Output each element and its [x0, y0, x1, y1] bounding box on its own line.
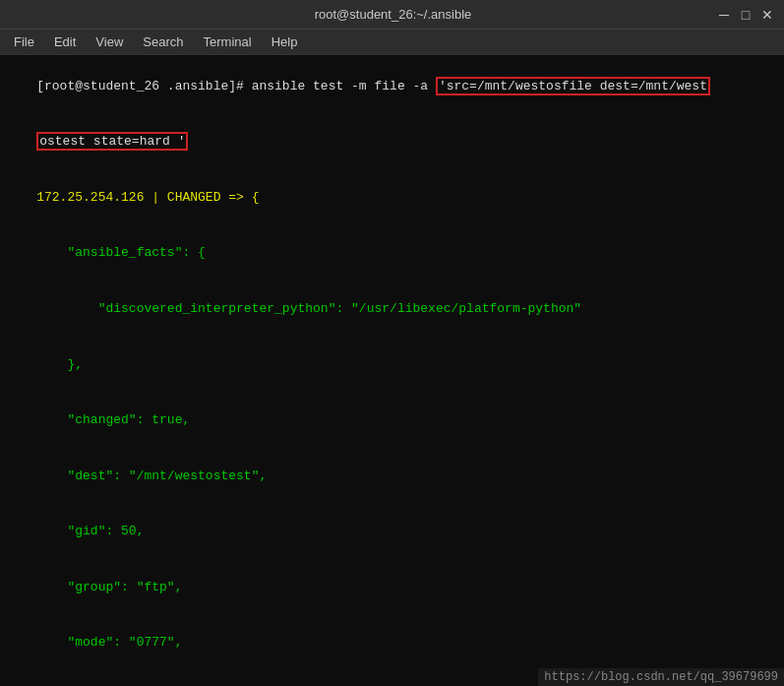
host1-mode: "mode": "0777", [6, 615, 778, 671]
menu-search[interactable]: Search [133, 31, 193, 52]
host1-facts-end: }, [6, 338, 778, 394]
window-controls: ─ □ ✕ [717, 8, 774, 22]
maximize-button[interactable]: □ [739, 8, 753, 22]
menu-help[interactable]: Help [262, 31, 308, 52]
title-bar: root@student_26:~/.ansible ─ □ ✕ [0, 0, 784, 30]
status-url: https://blog.csdn.net/qq_39679699 [538, 668, 784, 686]
command-line-1-wrap: ostest state=hard ' [6, 115, 778, 171]
host1-ansible-facts: "ansible_facts": { [6, 226, 778, 282]
close-button[interactable]: ✕ [760, 8, 774, 22]
host1-interpreter: "discovered_interpreter_python": "/usr/l… [6, 281, 778, 338]
terminal[interactable]: [root@student_26 .ansible]# ansible test… [0, 55, 784, 686]
menu-terminal[interactable]: Terminal [194, 31, 262, 52]
host1-header: 172.25.254.126 | CHANGED => { [6, 170, 778, 226]
menu-file[interactable]: File [4, 31, 44, 52]
minimize-button[interactable]: ─ [717, 8, 731, 22]
menu-bar: File Edit View Search Terminal Help [0, 30, 784, 55]
host1-changed: "changed": true, [6, 393, 778, 449]
host1-dest: "dest": "/mnt/westostest", [6, 449, 778, 505]
host1-group: "group": "ftp", [6, 560, 778, 616]
window-title: root@student_26:~/.ansible [69, 7, 717, 22]
menu-view[interactable]: View [86, 31, 133, 52]
command-line-1: [root@student_26 .ansible]# ansible test… [6, 59, 778, 115]
host1-gid: "gid": 50, [6, 504, 778, 560]
menu-edit[interactable]: Edit [44, 31, 86, 52]
